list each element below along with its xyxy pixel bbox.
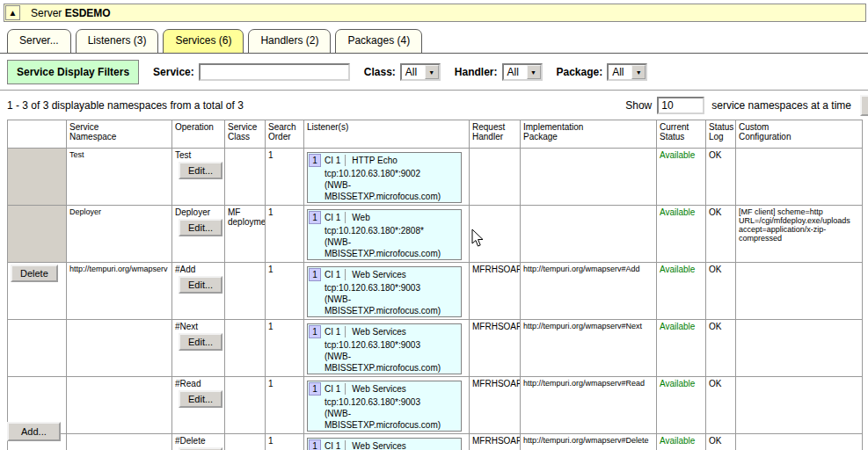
column-header: Service Class: [225, 120, 266, 149]
operation-name: Test: [175, 150, 222, 160]
listener-name: Web Services: [346, 440, 412, 450]
listener-head: 1CI 1Web Services: [308, 439, 461, 450]
column-header: Request Handler: [470, 120, 521, 149]
service-namespace-cell: Test: [67, 149, 172, 206]
filter-title: Service Display Filters: [7, 60, 139, 84]
operation-cell: TestEdit...: [172, 149, 225, 206]
delete-button[interactable]: Delete: [11, 265, 58, 282]
operation-cell: #ReadEdit...: [172, 377, 225, 434]
server-banner-text: Server ESDEMO: [31, 7, 111, 19]
search-order-cell: 1: [266, 434, 304, 450]
edit-button[interactable]: Edit...: [179, 333, 222, 351]
operation-name: #Read: [175, 379, 222, 388]
chevron-down-icon: ▼: [425, 65, 439, 79]
service-class-cell: [225, 149, 266, 206]
implementation-package-cell: http://tempuri.org/wmapserv#Add: [521, 263, 657, 320]
service-namespace-cell: [67, 434, 172, 450]
listener-box: 1CI 1Web Servicestcp:10.120.63.180*:9003…: [307, 381, 462, 432]
listener-cell: 1CI 1HTTP Echotcp:10.120.63.180*:9002(NW…: [304, 149, 470, 206]
listener-cell: 1CI 1Web Servicestcp:10.120.63.180*:9003…: [304, 320, 470, 377]
package-filter-select[interactable]: All ▼: [607, 63, 647, 81]
table-row: DeployerDeployerEdit...MF deployment11CI…: [8, 206, 863, 263]
summary-bar: 1 - 3 of 3 displayable namespaces from a…: [0, 91, 868, 120]
column-header: Status Log: [706, 120, 736, 149]
edit-button[interactable]: Edit...: [179, 276, 222, 294]
service-class-cell: MF deployment: [225, 206, 266, 263]
listener-number-badge: 1: [309, 439, 321, 450]
listener-address: tcp:10.120.63.180*:2808*: [308, 225, 461, 236]
tab-handlers[interactable]: Handlers (2): [248, 29, 331, 54]
chevron-down-icon: ▼: [527, 65, 541, 79]
listener-id: CI 1: [323, 440, 346, 450]
custom-config-cell: [736, 320, 863, 377]
listener-cell: 1CI 1Web Servicestcp:10.120.63.180*:9003…: [304, 377, 470, 434]
search-order-cell: 1: [266, 206, 304, 263]
result-count: 1 - 3 of 3 displayable namespaces from a…: [7, 99, 244, 112]
listener-host: (NWB-MBISSETXP.microfocus.com): [308, 179, 461, 202]
implementation-package-cell: http://tempuri.org/wmapserv#Read: [521, 377, 657, 434]
edit-button[interactable]: Edit...: [179, 162, 222, 179]
cutoff-button[interactable]: [860, 95, 868, 116]
add-button[interactable]: Add...: [7, 422, 61, 441]
column-header: Service Namespace: [67, 120, 172, 149]
service-filter-input[interactable]: [199, 63, 350, 81]
table-row: Deletehttp://tempuri.org/wmapserv#AddEdi…: [8, 263, 863, 320]
custom-config-cell: [736, 434, 863, 450]
current-status-cell: Available: [657, 263, 706, 320]
listener-id: CI 1: [323, 269, 346, 280]
package-filter-label: Package:: [557, 66, 603, 78]
implementation-package-cell: http://tempuri.org/wmapserv#Next: [521, 320, 657, 377]
listener-cell: 1CI 1Webtcp:10.120.63.180*:2808*(NWB-MBI…: [304, 206, 470, 263]
edit-button[interactable]: Edit...: [179, 390, 222, 408]
service-class-cell: [225, 434, 266, 450]
operation-name: #Delete: [175, 436, 222, 446]
listener-host: (NWB-MBISSETXP.microfocus.com): [308, 408, 461, 431]
status-log-cell: OK: [706, 320, 736, 377]
show-suffix: service namespaces at a time: [711, 99, 851, 112]
edit-button[interactable]: Edit...: [179, 219, 222, 236]
listener-head: 1CI 1Web Services: [308, 381, 461, 396]
operation-name: Deployer: [175, 207, 222, 217]
operation-cell: #NextEdit...: [172, 320, 225, 377]
service-class-cell: [225, 263, 266, 320]
tab-server[interactable]: Server...: [7, 29, 71, 54]
status-log-cell: OK: [706, 149, 736, 206]
listener-name: Web Services: [346, 326, 412, 338]
row-action-cell: [8, 320, 67, 377]
column-header: Implementation Package: [521, 120, 657, 149]
operation-cell: DeployerEdit...: [172, 206, 225, 263]
services-table: Service NamespaceOperationService ClassS…: [7, 120, 863, 450]
service-namespace-cell: [67, 377, 172, 434]
chevron-down-icon: ▼: [631, 65, 646, 79]
current-status-cell: Available: [657, 206, 706, 263]
listener-box: 1CI 1HTTP Echotcp:10.120.63.180*:9002(NW…: [307, 152, 462, 203]
tab-listeners[interactable]: Listeners (3): [76, 29, 159, 54]
row-action-cell: [8, 206, 67, 263]
row-action-cell: [8, 149, 67, 206]
listener-id: CI 1: [323, 383, 346, 395]
service-class-cell: [225, 320, 266, 377]
column-header: Listener(s): [304, 120, 470, 149]
current-status-cell: Available: [657, 434, 706, 450]
status-log-cell: OK: [706, 206, 736, 263]
service-filter-label: Service:: [153, 66, 194, 78]
tab-services[interactable]: Services (6): [163, 29, 244, 54]
tab-packages[interactable]: Packages (4): [335, 29, 422, 54]
search-order-cell: 1: [266, 377, 304, 434]
mouse-cursor: [471, 229, 485, 248]
handler-filter-select[interactable]: All ▼: [502, 63, 543, 81]
request-handler-cell: MFRHSOAP: [470, 320, 521, 377]
current-status-cell: Available: [657, 149, 706, 206]
server-name: ESDEMO: [65, 7, 111, 19]
operation-name: #Next: [175, 322, 222, 331]
operation-name: #Add: [175, 265, 222, 274]
custom-config-cell: [736, 149, 863, 206]
class-filter-select[interactable]: All ▼: [400, 63, 441, 81]
current-status-cell: Available: [657, 377, 706, 434]
server-label: Server: [31, 7, 65, 19]
listener-number-badge: 1: [309, 268, 321, 281]
show-count-input[interactable]: [657, 97, 704, 114]
collapse-triangle-icon[interactable]: ▲: [5, 5, 20, 20]
column-header: Custom Configuration: [736, 120, 863, 149]
listener-box: 1CI 1Webtcp:10.120.63.180*:2808*(NWB-MBI…: [307, 209, 462, 260]
